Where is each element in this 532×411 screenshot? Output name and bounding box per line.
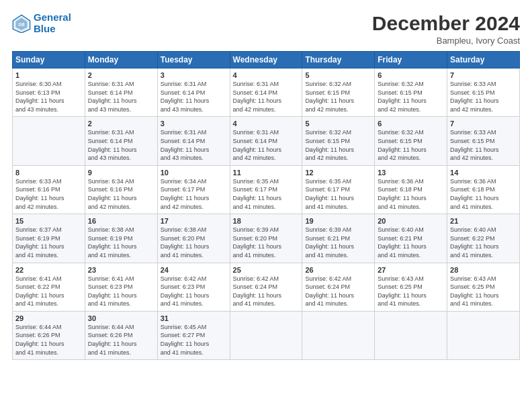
day-number: 2 (88, 71, 154, 79)
day-number: 5 (305, 71, 371, 79)
day-number: 10 (161, 169, 227, 177)
logo-line2: Blue (34, 23, 56, 34)
day-info: Sunrise: 6:33 AM Sunset: 6:15 PM Dayligh… (450, 128, 517, 162)
day-number: 12 (305, 169, 371, 177)
col-wednesday: Wednesday (230, 52, 302, 68)
day-info: Sunrise: 6:30 AM Sunset: 6:13 PM Dayligh… (15, 80, 82, 113)
table-row: 15Sunrise: 6:37 AM Sunset: 6:19 PM Dayli… (13, 214, 520, 263)
day-info: Sunrise: 6:44 AM Sunset: 6:26 PM Dayligh… (15, 323, 82, 357)
day-info: Sunrise: 6:37 AM Sunset: 6:19 PM Dayligh… (15, 226, 82, 259)
day-number: 7 (450, 120, 517, 128)
col-monday: Monday (85, 52, 157, 68)
table-cell: 30Sunrise: 6:44 AM Sunset: 6:26 PM Dayli… (85, 311, 157, 359)
day-info: Sunrise: 6:38 AM Sunset: 6:19 PM Dayligh… (88, 226, 154, 259)
table-cell: 27Sunrise: 6:43 AM Sunset: 6:25 PM Dayli… (375, 263, 447, 311)
table-row: 1Sunrise: 6:30 AM Sunset: 6:13 PM Daylig… (13, 68, 520, 117)
day-info: Sunrise: 6:34 AM Sunset: 6:17 PM Dayligh… (161, 177, 227, 211)
month-title: December 2024 (372, 12, 520, 34)
day-info: Sunrise: 6:32 AM Sunset: 6:15 PM Dayligh… (378, 128, 444, 162)
day-info: Sunrise: 6:31 AM Sunset: 6:14 PM Dayligh… (88, 128, 154, 162)
day-info: Sunrise: 6:31 AM Sunset: 6:14 PM Dayligh… (233, 80, 300, 113)
day-info: Sunrise: 6:32 AM Sunset: 6:15 PM Dayligh… (305, 128, 371, 162)
header-row: Sunday Monday Tuesday Wednesday Thursday… (13, 52, 520, 68)
table-cell (447, 311, 520, 359)
day-info: Sunrise: 6:31 AM Sunset: 6:14 PM Dayligh… (88, 80, 154, 113)
table-row: 2Sunrise: 6:31 AM Sunset: 6:14 PM Daylig… (13, 117, 520, 165)
table-cell: 6Sunrise: 6:32 AM Sunset: 6:15 PM Daylig… (375, 117, 447, 165)
title-block: December 2024 Bampleu, Ivory Coast (372, 12, 520, 46)
table-cell: 26Sunrise: 6:42 AM Sunset: 6:24 PM Dayli… (302, 263, 375, 311)
day-number: 5 (305, 120, 371, 128)
table-cell: 4Sunrise: 6:31 AM Sunset: 6:14 PM Daylig… (230, 117, 302, 165)
logo-icon: GB (12, 14, 31, 33)
table-cell (13, 117, 85, 165)
table-cell: 2Sunrise: 6:31 AM Sunset: 6:14 PM Daylig… (85, 68, 157, 117)
page: GB General Blue December 2024 Bampleu, I… (0, 0, 532, 411)
table-row: 8Sunrise: 6:33 AM Sunset: 6:16 PM Daylig… (13, 165, 520, 214)
day-info: Sunrise: 6:33 AM Sunset: 6:16 PM Dayligh… (15, 177, 82, 211)
day-number: 27 (378, 266, 444, 274)
day-info: Sunrise: 6:35 AM Sunset: 6:17 PM Dayligh… (233, 177, 300, 211)
day-info: Sunrise: 6:43 AM Sunset: 6:25 PM Dayligh… (450, 275, 517, 308)
col-thursday: Thursday (302, 52, 375, 68)
day-info: Sunrise: 6:39 AM Sunset: 6:21 PM Dayligh… (305, 226, 371, 259)
day-info: Sunrise: 6:41 AM Sunset: 6:22 PM Dayligh… (15, 275, 82, 308)
day-number: 31 (161, 314, 227, 322)
day-number: 23 (88, 266, 154, 274)
day-number: 28 (450, 266, 517, 274)
table-cell: 12Sunrise: 6:35 AM Sunset: 6:17 PM Dayli… (302, 165, 375, 214)
day-number: 7 (450, 71, 517, 79)
day-number: 13 (378, 169, 444, 177)
day-info: Sunrise: 6:45 AM Sunset: 6:27 PM Dayligh… (161, 323, 227, 357)
table-cell: 20Sunrise: 6:40 AM Sunset: 6:21 PM Dayli… (375, 214, 447, 263)
logo-line1: General (34, 11, 71, 23)
day-info: Sunrise: 6:31 AM Sunset: 6:14 PM Dayligh… (161, 128, 227, 162)
day-info: Sunrise: 6:42 AM Sunset: 6:24 PM Dayligh… (305, 275, 371, 308)
day-number: 21 (450, 217, 517, 225)
table-cell: 24Sunrise: 6:42 AM Sunset: 6:23 PM Dayli… (157, 263, 230, 311)
day-number: 6 (378, 120, 444, 128)
day-number: 16 (88, 217, 154, 225)
calendar-table: Sunday Monday Tuesday Wednesday Thursday… (12, 51, 520, 360)
table-cell: 17Sunrise: 6:38 AM Sunset: 6:20 PM Dayli… (157, 214, 230, 263)
day-number: 8 (15, 169, 82, 177)
table-cell: 5Sunrise: 6:32 AM Sunset: 6:15 PM Daylig… (302, 117, 375, 165)
day-info: Sunrise: 6:34 AM Sunset: 6:16 PM Dayligh… (88, 177, 154, 211)
table-cell: 7Sunrise: 6:33 AM Sunset: 6:15 PM Daylig… (447, 117, 520, 165)
table-cell: 9Sunrise: 6:34 AM Sunset: 6:16 PM Daylig… (85, 165, 157, 214)
table-cell: 21Sunrise: 6:40 AM Sunset: 6:22 PM Dayli… (447, 214, 520, 263)
table-cell: 3Sunrise: 6:31 AM Sunset: 6:14 PM Daylig… (157, 117, 230, 165)
day-info: Sunrise: 6:39 AM Sunset: 6:20 PM Dayligh… (233, 226, 300, 259)
table-cell: 8Sunrise: 6:33 AM Sunset: 6:16 PM Daylig… (13, 165, 85, 214)
table-cell: 10Sunrise: 6:34 AM Sunset: 6:17 PM Dayli… (157, 165, 230, 214)
day-number: 1 (15, 71, 82, 79)
day-number: 4 (233, 120, 300, 128)
day-info: Sunrise: 6:31 AM Sunset: 6:14 PM Dayligh… (161, 80, 227, 113)
day-number: 2 (88, 120, 154, 128)
col-tuesday: Tuesday (157, 52, 230, 68)
day-number: 11 (233, 169, 300, 177)
table-cell: 29Sunrise: 6:44 AM Sunset: 6:26 PM Dayli… (13, 311, 85, 359)
day-info: Sunrise: 6:32 AM Sunset: 6:15 PM Dayligh… (305, 80, 371, 113)
table-cell: 28Sunrise: 6:43 AM Sunset: 6:25 PM Dayli… (447, 263, 520, 311)
table-cell (230, 311, 302, 359)
header: GB General Blue December 2024 Bampleu, I… (12, 12, 520, 46)
day-info: Sunrise: 6:42 AM Sunset: 6:23 PM Dayligh… (161, 275, 227, 308)
day-number: 19 (305, 217, 371, 225)
day-info: Sunrise: 6:31 AM Sunset: 6:14 PM Dayligh… (233, 128, 300, 162)
day-number: 3 (161, 120, 227, 128)
day-number: 18 (233, 217, 300, 225)
table-cell: 5Sunrise: 6:32 AM Sunset: 6:15 PM Daylig… (302, 68, 375, 117)
table-cell: 6Sunrise: 6:32 AM Sunset: 6:15 PM Daylig… (375, 68, 447, 117)
svg-text:GB: GB (18, 21, 25, 26)
day-number: 6 (378, 71, 444, 79)
day-info: Sunrise: 6:42 AM Sunset: 6:24 PM Dayligh… (233, 275, 300, 308)
table-row: 29Sunrise: 6:44 AM Sunset: 6:26 PM Dayli… (13, 311, 520, 359)
day-number: 26 (305, 266, 371, 274)
table-cell: 15Sunrise: 6:37 AM Sunset: 6:19 PM Dayli… (13, 214, 85, 263)
day-number: 24 (161, 266, 227, 274)
day-number: 20 (378, 217, 444, 225)
table-cell: 13Sunrise: 6:36 AM Sunset: 6:18 PM Dayli… (375, 165, 447, 214)
table-cell: 1Sunrise: 6:30 AM Sunset: 6:13 PM Daylig… (13, 68, 85, 117)
calendar-body: 1Sunrise: 6:30 AM Sunset: 6:13 PM Daylig… (13, 68, 520, 360)
